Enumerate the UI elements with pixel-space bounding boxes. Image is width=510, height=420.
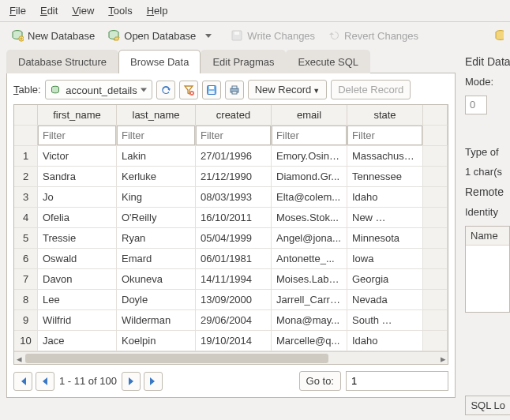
- menu-edit[interactable]: Edit: [34, 2, 64, 19]
- cell[interactable]: 16/10/2011: [196, 208, 272, 227]
- cell[interactable]: Idaho: [347, 331, 423, 351]
- cell[interactable]: Emard: [117, 249, 196, 268]
- cell[interactable]: Mona@may...: [272, 310, 347, 330]
- cell[interactable]: Jo: [38, 187, 117, 207]
- table-row[interactable]: 5TressieRyan05/04/1999Angel@jona...Minne…: [14, 228, 448, 249]
- row-index[interactable]: 1: [14, 146, 38, 166]
- row-index[interactable]: 9: [14, 310, 38, 330]
- cell[interactable]: Moses.Stok...: [272, 208, 347, 227]
- cell[interactable]: Tennessee: [347, 167, 423, 186]
- open-database-button[interactable]: Open Database: [103, 27, 201, 44]
- new-database-button[interactable]: New Database: [6, 27, 99, 44]
- cell[interactable]: Victor: [38, 146, 117, 166]
- tab-database-structure[interactable]: Database Structure: [6, 50, 118, 73]
- last-page-button[interactable]: [144, 372, 163, 391]
- cell[interactable]: Moises.Laba...: [272, 269, 347, 289]
- cell[interactable]: Tressie: [38, 228, 117, 248]
- row-index[interactable]: 6: [14, 249, 38, 268]
- cell[interactable]: Iowa: [347, 249, 423, 268]
- tab-execute-sql[interactable]: Execute SQL: [286, 50, 370, 73]
- cell[interactable]: 19/10/2014: [196, 331, 272, 351]
- cell[interactable]: Oswald: [38, 249, 117, 268]
- filter-input[interactable]: [196, 126, 271, 145]
- menu-tools[interactable]: Tools: [102, 2, 138, 19]
- cell[interactable]: 13/09/2000: [196, 290, 272, 309]
- filter-input[interactable]: [38, 126, 116, 145]
- cell[interactable]: Diamond.Gr...: [272, 167, 347, 186]
- next-page-button[interactable]: [122, 372, 141, 391]
- cell[interactable]: Davon: [38, 269, 117, 289]
- scroll-left-icon[interactable]: ◂: [14, 354, 24, 363]
- cell[interactable]: Antonette_...: [272, 249, 347, 268]
- cell[interactable]: Idaho: [347, 187, 423, 207]
- table-row[interactable]: 9WilfridWilderman29/06/2004Mona@may...So…: [14, 310, 448, 331]
- column-header[interactable]: email: [272, 105, 347, 125]
- table-row[interactable]: 8LeeDoyle13/09/2000Jarrell_Carro...Nevad…: [14, 290, 448, 310]
- cell[interactable]: King: [117, 187, 196, 207]
- cell[interactable]: Jarrell_Carro...: [272, 290, 347, 309]
- cell[interactable]: 08/03/1993: [196, 187, 272, 207]
- cell[interactable]: 14/11/1994: [196, 269, 272, 289]
- clear-filters-button[interactable]: [179, 81, 198, 99]
- cell[interactable]: 06/01/1981: [196, 249, 272, 268]
- cell[interactable]: Sandra: [38, 167, 117, 186]
- row-index[interactable]: 5: [14, 228, 38, 248]
- filter-input[interactable]: [117, 126, 195, 145]
- cell[interactable]: Elta@colem...: [272, 187, 347, 207]
- cell[interactable]: Massachuse...: [347, 146, 423, 166]
- cell[interactable]: Georgia: [347, 269, 423, 289]
- cell[interactable]: Kerluke: [117, 167, 196, 186]
- cell[interactable]: 05/04/1999: [196, 228, 272, 248]
- scroll-right-icon[interactable]: ▸: [438, 354, 448, 363]
- row-index[interactable]: 3: [14, 187, 38, 207]
- table-row[interactable]: 7DavonOkuneva14/11/1994Moises.Laba...Geo…: [14, 269, 448, 290]
- save-table-button[interactable]: [202, 81, 221, 99]
- cell[interactable]: Emory.Osins...: [272, 146, 347, 166]
- table-row[interactable]: 1VictorLakin27/01/1996Emory.Osins...Mass…: [14, 146, 448, 167]
- column-header[interactable]: first_name: [38, 105, 117, 125]
- open-database-dropdown[interactable]: [204, 32, 213, 39]
- cell[interactable]: South …: [347, 310, 423, 330]
- tab-edit-pragmas[interactable]: Edit Pragmas: [201, 50, 286, 73]
- cell[interactable]: Nevada: [347, 290, 423, 309]
- prev-page-button[interactable]: [36, 372, 54, 391]
- new-record-button[interactable]: New Record▼: [248, 80, 327, 99]
- table-row[interactable]: 6OswaldEmard06/01/1981Antonette_...Iowa: [14, 249, 448, 269]
- cell[interactable]: Ofelia: [38, 208, 117, 227]
- row-index[interactable]: 2: [14, 167, 38, 186]
- tab-browse-data[interactable]: Browse Data: [118, 50, 201, 73]
- cell[interactable]: O'Reilly: [117, 208, 196, 227]
- refresh-button[interactable]: [156, 81, 175, 99]
- cell[interactable]: Lee: [38, 290, 117, 309]
- horizontal-scrollbar[interactable]: ◂ ▸: [14, 351, 448, 364]
- goto-button[interactable]: Go to:: [299, 371, 341, 391]
- row-index[interactable]: 4: [14, 208, 38, 227]
- cell[interactable]: Jace: [38, 331, 117, 351]
- cell[interactable]: Doyle: [117, 290, 196, 309]
- cell[interactable]: 21/12/1990: [196, 167, 272, 186]
- row-index[interactable]: 7: [14, 269, 38, 289]
- column-header[interactable]: created: [196, 105, 272, 125]
- cell[interactable]: 27/01/1996: [196, 146, 272, 166]
- scroll-thumb[interactable]: [25, 354, 328, 363]
- menu-help[interactable]: Help: [141, 2, 174, 19]
- sql-log-tab[interactable]: SQL Lo: [465, 396, 510, 415]
- menu-file[interactable]: File: [3, 2, 32, 19]
- first-page-button[interactable]: [13, 372, 32, 391]
- table-row[interactable]: 4OfeliaO'Reilly16/10/2011Moses.Stok...Ne…: [14, 208, 448, 228]
- menu-view[interactable]: View: [66, 2, 100, 19]
- column-header[interactable]: last_name: [117, 105, 196, 125]
- cell[interactable]: Wilderman: [117, 310, 196, 330]
- row-index[interactable]: 8: [14, 290, 38, 309]
- cell[interactable]: Lakin: [117, 146, 196, 166]
- remote-list[interactable]: Name: [465, 226, 510, 313]
- cell[interactable]: Ryan: [117, 228, 196, 248]
- cell[interactable]: Angel@jona...: [272, 228, 347, 248]
- cell[interactable]: Koelpin: [117, 331, 196, 351]
- filter-input[interactable]: [347, 126, 422, 145]
- cell[interactable]: 29/06/2004: [196, 310, 272, 330]
- table-row[interactable]: 10JaceKoelpin19/10/2014Marcelle@q...Idah…: [14, 331, 448, 351]
- cell[interactable]: Wilfrid: [38, 310, 117, 330]
- table-row[interactable]: 3JoKing08/03/1993Elta@colem...Idaho: [14, 187, 448, 208]
- table-selector[interactable]: account_details: [45, 80, 152, 99]
